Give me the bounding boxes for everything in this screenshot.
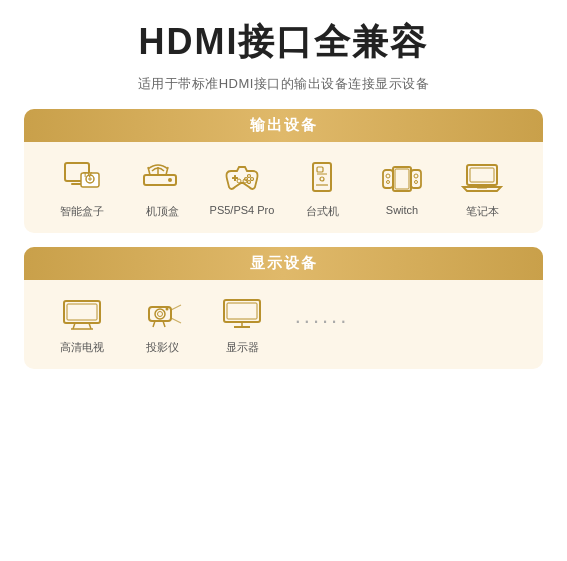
switch-icon — [379, 158, 425, 198]
svg-point-17 — [248, 181, 251, 184]
output-card: 输出设备 TV 智能盒子 — [24, 109, 543, 233]
main-title: HDMI接口全兼容 — [139, 18, 429, 67]
device-laptop: 笔记本 — [442, 158, 522, 219]
svg-point-31 — [415, 181, 418, 184]
monitor-icon — [219, 294, 265, 334]
svg-rect-32 — [395, 169, 409, 189]
display-card: 显示设备 高清电视 — [24, 247, 543, 369]
dots-text: ...... — [295, 303, 350, 329]
svg-rect-13 — [234, 175, 236, 181]
page: HDMI接口全兼容 适用于带标准HDMI接口的输出设备连接显示设备 输出设备 — [0, 0, 567, 561]
output-devices: TV 智能盒子 — [24, 142, 543, 233]
svg-point-18 — [237, 179, 241, 183]
switch-label: Switch — [386, 204, 418, 216]
laptop-label: 笔记本 — [466, 204, 499, 219]
device-more: ...... — [282, 294, 362, 340]
device-gamepad: PS5/PS4 Pro — [202, 158, 282, 216]
desktop-label: 台式机 — [306, 204, 339, 219]
svg-point-27 — [386, 174, 390, 178]
svg-rect-35 — [477, 187, 487, 189]
desktop-icon — [299, 158, 345, 198]
gamepad-icon — [219, 158, 265, 198]
svg-rect-21 — [317, 167, 323, 172]
projector-icon — [139, 294, 185, 334]
svg-rect-26 — [383, 170, 393, 188]
device-monitor: 显示器 — [202, 294, 282, 355]
monitor-label: 显示器 — [226, 340, 259, 355]
svg-point-42 — [155, 309, 165, 319]
smart-box-icon: TV — [59, 158, 105, 198]
output-header: 输出设备 — [24, 109, 543, 142]
svg-point-14 — [248, 175, 251, 178]
more-icon: ...... — [299, 294, 345, 334]
device-projector: 投影仪 — [122, 294, 202, 355]
svg-rect-48 — [227, 303, 257, 319]
svg-rect-37 — [67, 304, 97, 320]
svg-point-43 — [158, 312, 163, 317]
svg-point-46 — [166, 308, 169, 311]
settop-icon — [139, 158, 185, 198]
device-desktop: 台式机 — [282, 158, 362, 219]
device-tv: 高清电视 — [42, 294, 122, 355]
gamepad-label: PS5/PS4 Pro — [210, 204, 275, 216]
tv-label: 高清电视 — [60, 340, 104, 355]
svg-rect-29 — [411, 170, 421, 188]
svg-text:TV: TV — [83, 171, 92, 178]
device-smart-box: TV 智能盒子 — [42, 158, 122, 219]
smart-box-label: 智能盒子 — [60, 204, 104, 219]
device-switch: Switch — [362, 158, 442, 216]
svg-point-28 — [387, 181, 390, 184]
svg-point-15 — [251, 178, 254, 181]
svg-rect-25 — [393, 167, 411, 191]
svg-rect-23 — [316, 184, 328, 186]
display-devices: 高清电视 — [24, 280, 543, 369]
tv-icon — [59, 294, 105, 334]
svg-point-11 — [168, 178, 172, 182]
subtitle: 适用于带标准HDMI接口的输出设备连接显示设备 — [138, 75, 430, 93]
laptop-icon — [459, 158, 505, 198]
projector-label: 投影仪 — [146, 340, 179, 355]
svg-rect-34 — [470, 168, 494, 182]
svg-point-22 — [320, 177, 324, 181]
svg-point-30 — [414, 174, 418, 178]
display-header: 显示设备 — [24, 247, 543, 280]
device-settop: 机顶盒 — [122, 158, 202, 219]
settop-label: 机顶盒 — [146, 204, 179, 219]
